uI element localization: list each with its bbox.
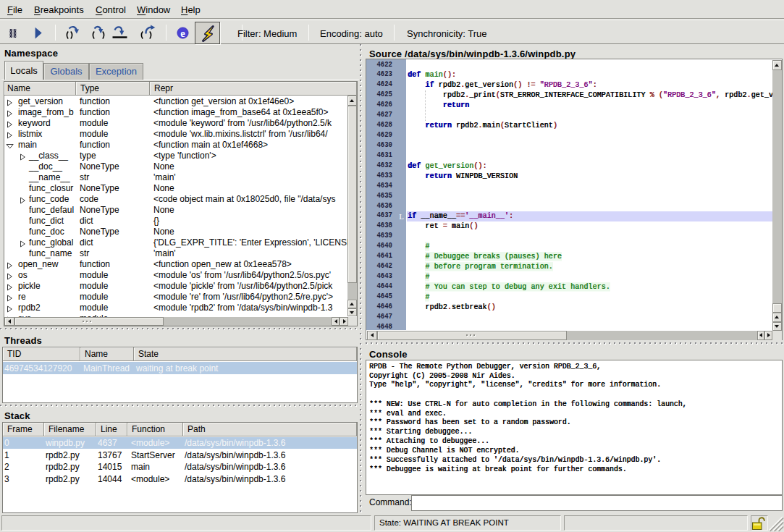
svg-text:e: e [180,28,185,39]
